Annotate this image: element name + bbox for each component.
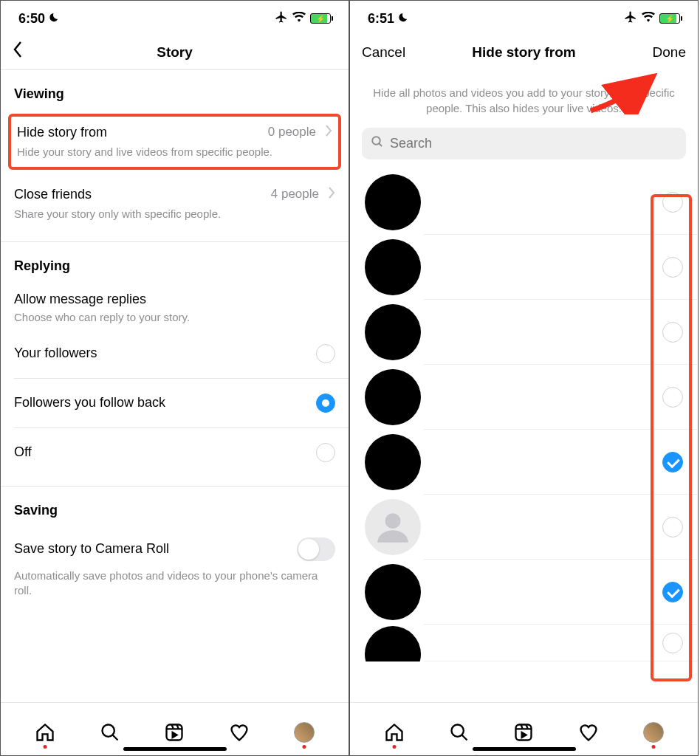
radio-label: Off — [14, 444, 32, 460]
radio-follow-back[interactable]: Followers you follow back — [1, 379, 349, 427]
radio-label: Followers you follow back — [14, 395, 165, 410]
save-camera-roll-title: Save story to Camera Roll — [14, 541, 169, 557]
notification-dot — [43, 745, 47, 749]
chevron-right-icon — [328, 185, 335, 204]
back-button[interactable] — [13, 41, 64, 63]
radio-circle[interactable] — [316, 443, 335, 462]
cancel-button[interactable]: Cancel — [362, 44, 414, 61]
battery-icon: ⚡ — [659, 13, 680, 24]
status-bar: 6:51 ⚡ — [350, 1, 698, 35]
user-list[interactable] — [350, 170, 698, 702]
save-camera-roll-subtitle: Automatically save photos and videos to … — [1, 568, 349, 611]
user-row[interactable] — [350, 300, 698, 365]
home-indicator[interactable] — [473, 747, 576, 751]
tab-bar — [350, 702, 698, 755]
home-tab[interactable] — [384, 722, 405, 743]
airplane-icon — [624, 10, 637, 27]
close-friends-title: Close friends — [14, 187, 92, 202]
nav-header: Cancel Hide story from Done — [350, 35, 698, 70]
highlight-hide-story: Hide story from 0 people Hide your story… — [8, 114, 341, 170]
user-row[interactable] — [350, 560, 698, 625]
checkbox-unchecked[interactable] — [662, 633, 683, 653]
avatar — [365, 434, 421, 490]
radio-your-followers[interactable]: Your followers — [1, 329, 349, 378]
dnd-moon-icon — [397, 12, 408, 25]
hide-story-subtitle: Hide your story and live videos from spe… — [17, 145, 332, 159]
user-row[interactable] — [350, 365, 698, 430]
hide-story-title: Hide story from — [17, 125, 107, 140]
checkbox-unchecked[interactable] — [662, 192, 683, 213]
radio-label: Your followers — [14, 346, 97, 361]
close-friends-value: 4 people — [271, 187, 319, 202]
toggle-switch[interactable] — [297, 537, 335, 561]
notification-dot — [392, 745, 396, 749]
battery-icon: ⚡ — [310, 13, 331, 24]
wifi-icon — [642, 12, 655, 25]
home-indicator[interactable] — [123, 747, 227, 751]
dnd-moon-icon — [48, 12, 59, 25]
nav-header: Story — [1, 35, 349, 70]
user-row[interactable] — [350, 495, 698, 560]
notification-dot — [303, 745, 306, 749]
svg-point-2 — [372, 137, 380, 145]
svg-rect-5 — [516, 724, 532, 740]
tab-bar — [1, 702, 349, 755]
allow-replies-title: Allow message replies — [14, 292, 335, 307]
svg-point-3 — [385, 513, 401, 529]
status-time: 6:50 — [18, 11, 45, 27]
checkbox-checked[interactable] — [662, 582, 683, 602]
airplane-icon — [275, 10, 288, 27]
user-row[interactable] — [350, 430, 698, 495]
svg-point-0 — [102, 724, 114, 736]
user-row[interactable] — [350, 235, 698, 300]
avatar — [365, 564, 421, 620]
story-settings-screen: 6:50 ⚡ Story Viewing Hide story fr — [0, 0, 349, 756]
profile-tab[interactable] — [294, 722, 315, 743]
search-box[interactable] — [362, 128, 686, 159]
home-tab[interactable] — [35, 722, 55, 743]
checkbox-unchecked[interactable] — [662, 387, 683, 408]
close-friends-row[interactable]: Close friends 4 people Share your story … — [1, 174, 349, 232]
done-button[interactable]: Done — [634, 44, 686, 61]
checkbox-checked[interactable] — [662, 452, 683, 472]
checkbox-unchecked[interactable] — [662, 517, 683, 537]
activity-tab[interactable] — [578, 722, 599, 743]
checkbox-unchecked[interactable] — [662, 322, 683, 343]
nav-title: Story — [157, 44, 193, 61]
checkbox-unchecked[interactable] — [662, 257, 683, 278]
profile-avatar-icon — [643, 722, 664, 743]
radio-circle-selected[interactable] — [316, 394, 335, 413]
radio-circle[interactable] — [316, 344, 335, 363]
activity-tab[interactable] — [229, 722, 250, 743]
radio-off[interactable]: Off — [1, 428, 349, 477]
svg-point-4 — [451, 724, 463, 736]
avatar — [365, 499, 421, 555]
reels-tab[interactable] — [513, 722, 534, 743]
saving-header: Saving — [1, 487, 349, 526]
profile-avatar-icon — [294, 722, 315, 743]
nav-title: Hide story from — [472, 44, 575, 61]
hide-story-row[interactable]: Hide story from 0 people Hide your story… — [17, 123, 332, 159]
description-text: Hide all photos and videos you add to yo… — [350, 70, 698, 128]
replying-header: Replying — [1, 242, 349, 281]
user-row[interactable] — [350, 170, 698, 235]
wifi-icon — [292, 12, 306, 25]
search-icon — [371, 135, 384, 152]
avatar — [365, 304, 421, 360]
search-tab[interactable] — [100, 722, 120, 743]
reels-tab[interactable] — [164, 722, 185, 743]
avatar — [365, 626, 421, 662]
close-friends-subtitle: Share your story only with specific peop… — [14, 207, 335, 221]
allow-replies-subtitle: Choose who can reply to your story. — [14, 310, 335, 325]
avatar — [365, 369, 421, 425]
notification-dot — [652, 745, 656, 749]
svg-rect-1 — [167, 724, 182, 740]
hide-story-from-screen: 6:51 ⚡ Cancel Hide story from Done Hide … — [349, 0, 699, 756]
viewing-header: Viewing — [1, 70, 349, 109]
search-input[interactable] — [390, 136, 677, 151]
settings-content: Viewing Hide story from 0 people Hide yo… — [1, 70, 349, 702]
profile-tab[interactable] — [643, 722, 664, 743]
status-time: 6:51 — [368, 11, 394, 27]
user-row[interactable] — [350, 625, 698, 662]
search-tab[interactable] — [449, 722, 470, 743]
